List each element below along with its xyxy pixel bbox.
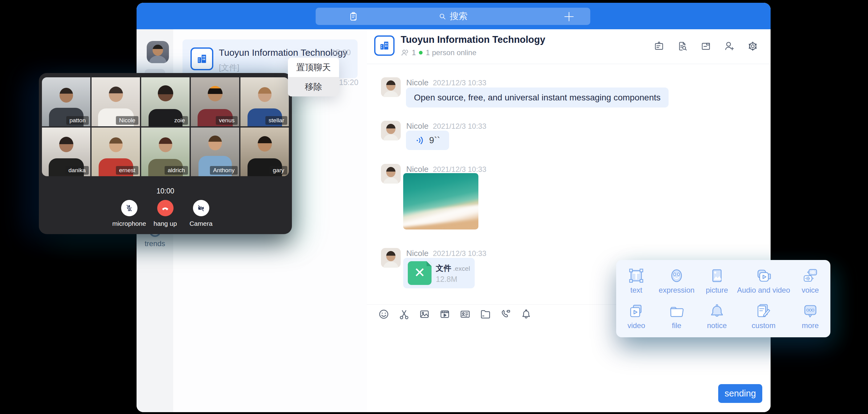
action-more[interactable]: more	[790, 299, 830, 335]
more-icon	[802, 303, 819, 319]
emoji-icon[interactable]	[378, 308, 390, 320]
video-icon[interactable]	[439, 308, 451, 320]
send-button[interactable]: sending	[718, 384, 762, 403]
participant-name: stellar	[266, 116, 287, 125]
microphone-control: microphone	[109, 200, 149, 227]
search-placeholder: 搜索	[450, 10, 468, 23]
participant-tile: ernest	[92, 128, 140, 176]
chat-history-search-icon[interactable]	[677, 40, 688, 52]
add-button[interactable]	[562, 10, 576, 23]
conversation-preview: [文件]	[219, 62, 239, 73]
notice-bell-icon[interactable]	[520, 308, 532, 320]
file-icon[interactable]	[479, 308, 492, 320]
group-call-panel: patton Nicole zoie venus stellar	[39, 73, 292, 234]
file-ext: .excel	[453, 265, 470, 272]
sender-avatar[interactable]	[381, 121, 401, 140]
sender-name: Nicole	[406, 121, 429, 131]
member-count: 1	[412, 49, 416, 57]
participant-name: zoie	[171, 116, 188, 125]
picture-icon	[709, 267, 725, 284]
voice-bubble[interactable]: 9``	[406, 131, 449, 150]
menu-item-pin-chat[interactable]: 置顶聊天	[288, 58, 339, 77]
folder-icon	[668, 303, 685, 319]
camera-button[interactable]	[193, 200, 209, 216]
message-time: 2021/12/3 10:33	[433, 122, 487, 130]
participant-tile: Nicole	[92, 77, 140, 126]
chat-header-avatar	[374, 35, 395, 56]
add-member-icon[interactable]	[723, 40, 735, 52]
sender-avatar[interactable]	[381, 248, 401, 268]
participant-tile: stellar	[241, 77, 289, 126]
sender-avatar[interactable]	[381, 164, 401, 184]
hangup-label: hang up	[145, 220, 185, 227]
conversation-title: Tuoyun Information Technology	[219, 47, 347, 58]
user-avatar[interactable]	[147, 41, 169, 63]
participant-grid: patton Nicole zoie venus stellar	[42, 77, 289, 176]
chat-header-actions	[653, 40, 758, 52]
group-files-icon[interactable]	[700, 40, 712, 52]
message-meta: Nicole2021/12/3 10:33	[406, 78, 487, 88]
group-notice-icon[interactable]	[653, 40, 665, 52]
participant-name: Nicole	[116, 116, 138, 125]
action-label: expression	[659, 286, 694, 294]
action-label: Audio and video	[737, 286, 790, 294]
settings-icon[interactable]	[747, 40, 758, 52]
message-time: 2021/12/3 10:33	[433, 165, 487, 173]
sender-avatar[interactable]	[381, 77, 401, 97]
online-dot	[419, 51, 423, 55]
action-voice[interactable]: voice	[790, 263, 830, 299]
card-icon[interactable]	[459, 308, 471, 320]
search-icon	[438, 12, 447, 21]
trends-label: trends	[136, 240, 173, 248]
action-label: picture	[706, 286, 728, 294]
search-bar[interactable]: 搜索	[316, 8, 590, 25]
sender-name: Nicole	[406, 164, 429, 174]
participant-tile: patton	[42, 77, 90, 126]
camera-label: Camera	[181, 220, 221, 227]
file-name: 文件.excel	[436, 263, 470, 273]
voice-duration: 9``	[429, 135, 440, 146]
text-icon	[628, 267, 645, 284]
top-bar: 搜索	[136, 3, 771, 29]
action-label: notice	[707, 321, 727, 330]
notice-icon	[709, 303, 725, 319]
image-message-beach[interactable]	[403, 173, 478, 229]
microphone-button[interactable]	[121, 200, 137, 216]
participant-name: gary	[270, 166, 287, 174]
action-custom[interactable]: custom	[737, 299, 790, 335]
chat-title: Tuoyun Information Technology	[401, 34, 545, 45]
expression-icon	[668, 267, 685, 284]
action-file[interactable]: file	[656, 299, 697, 335]
action-expression[interactable]: expression	[656, 263, 697, 299]
action-picture[interactable]: picture	[696, 263, 737, 299]
action-text[interactable]: text	[616, 263, 656, 299]
search-area[interactable]: 搜索	[316, 8, 590, 25]
group-avatar	[190, 47, 213, 70]
picture-icon[interactable]	[418, 308, 431, 320]
conversation-time: 15:20	[331, 48, 351, 57]
action-notice[interactable]: notice	[696, 299, 737, 335]
participant-name: danika	[65, 166, 89, 174]
action-label: voice	[802, 286, 819, 294]
chat-subtitle: 1 1 person online	[401, 49, 476, 57]
sender-name: Nicole	[406, 249, 429, 258]
file-bubble[interactable]: ✕ 文件.excel 12.8M	[403, 258, 475, 288]
microphone-label: microphone	[109, 220, 149, 227]
hangup-button[interactable]	[157, 200, 174, 216]
screenshot-scissors-icon[interactable]	[398, 308, 410, 320]
message-meta: Nicole2021/12/3 10:33	[406, 121, 487, 131]
menu-item-remove[interactable]: 移除	[288, 77, 339, 96]
online-status: 1 person online	[426, 49, 476, 57]
excel-file-icon: ✕	[408, 261, 432, 285]
members-icon	[401, 49, 409, 57]
action-label: file	[672, 321, 682, 330]
participant-name: patton	[66, 116, 89, 125]
participant-tile: zoie	[141, 77, 190, 126]
video-file-icon	[628, 303, 645, 319]
video-call-icon[interactable]	[500, 308, 512, 320]
action-audio-video[interactable]: Audio and video	[737, 263, 790, 299]
message-text-content: Open source, free, and universal instant…	[414, 93, 660, 103]
text-bubble: Open source, free, and universal instant…	[406, 88, 669, 107]
conversation2-time: 15:20	[339, 78, 359, 87]
action-video[interactable]: video	[616, 299, 656, 335]
